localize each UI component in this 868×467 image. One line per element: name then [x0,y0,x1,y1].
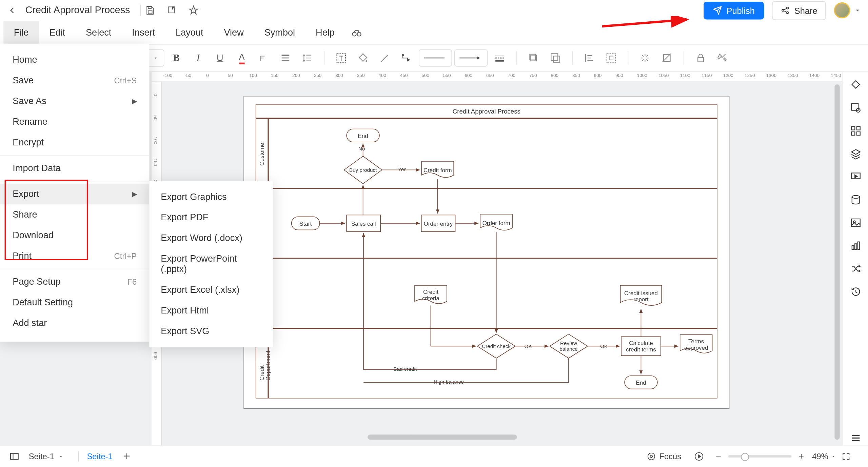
menu-edit[interactable]: Edit [39,21,76,44]
shape-sales-call[interactable]: Sales call [346,215,381,232]
mi-save-as[interactable]: Save As▶ [0,91,149,111]
shape-end-top[interactable]: End [346,128,379,142]
line-style-select[interactable] [419,49,452,67]
page-select[interactable]: Seite-1 [29,451,65,461]
fill-palette-icon[interactable] [848,78,863,93]
mi-encrypt[interactable]: Encrypt [0,132,149,153]
container-button[interactable] [546,48,565,68]
shuffle-icon[interactable] [848,261,863,276]
star-icon[interactable] [187,3,201,17]
mi-export-word[interactable]: Export Word (.docx) [149,228,273,249]
history-icon[interactable] [848,284,863,299]
tools-button[interactable] [713,48,732,68]
layers-icon[interactable] [848,146,863,161]
shape-credit-form[interactable]: Credit form [421,161,454,179]
play-icon[interactable] [693,450,705,462]
line-spacing-button[interactable] [297,48,317,68]
mi-page-setup[interactable]: Page SetupF6 [0,271,149,292]
avatar[interactable] [834,2,850,18]
fill-button[interactable] [353,48,373,68]
mi-export-xlsx[interactable]: Export Excel (.xlsx) [149,280,273,300]
shape-start[interactable]: Start [291,217,320,230]
mi-share[interactable]: Share [0,204,149,225]
scrollbar-vertical[interactable] [834,84,840,440]
data-icon[interactable] [848,192,863,207]
mi-print[interactable]: PrintCtrl+P [0,246,149,266]
share-button[interactable]: Share [772,1,826,20]
right-panel [842,72,868,446]
avatar-menu-caret[interactable] [853,6,862,15]
zoom-slider[interactable] [728,455,791,457]
menu-file[interactable]: File [3,21,39,44]
fullscreen-icon[interactable] [840,450,852,462]
shape-review-balance[interactable]: Review balance [550,334,588,358]
arrow-style-select[interactable] [454,49,488,67]
mi-export-svg[interactable]: Export SVG [149,321,273,342]
mi-add-star[interactable]: Add star [0,313,149,333]
mi-save[interactable]: SaveCtrl+S [0,70,149,91]
shape-order-form[interactable]: Order form [479,214,513,232]
mi-export-html[interactable]: Export Html [149,300,273,321]
mi-export-pptx[interactable]: Export PowerPoint (.pptx) [149,249,273,280]
presentation-icon[interactable] [848,169,863,184]
bold-button[interactable]: B [166,48,186,68]
shape-order-entry[interactable]: Order entry [421,215,456,232]
menu-layout[interactable]: Layout [165,21,214,44]
case-button[interactable] [254,48,274,68]
effects-button[interactable] [635,48,655,68]
shape-credit-criteria[interactable]: Credit criteria [414,285,447,305]
menu-view[interactable]: View [214,21,254,44]
publish-button[interactable]: Publish [704,1,764,19]
font-color-button[interactable]: A [232,48,252,68]
binoculars-icon[interactable] [350,26,363,40]
connector-style-button[interactable] [397,48,417,68]
shape-calculate-credit-terms[interactable]: Calculate credit terms [621,337,661,356]
mi-download[interactable]: Download [0,225,149,246]
add-page-button[interactable]: + [120,450,133,462]
export-icon[interactable] [165,3,179,17]
scrollbar-horizontal[interactable] [368,434,517,440]
zoom-out-button[interactable]: − [713,451,724,461]
shape-terms-approved[interactable]: Terms approved [679,334,713,355]
image-icon[interactable] [848,215,863,230]
zoom-value[interactable]: 49% [812,451,836,461]
focus-button[interactable]: Focus [647,451,681,461]
shape-credit-check[interactable]: Credit check [477,334,515,358]
panel-toggle-icon[interactable] [8,450,21,462]
lock-button[interactable] [691,48,711,68]
mi-home[interactable]: Home [0,49,149,70]
menu-help[interactable]: Help [305,21,345,44]
mi-export-graphics[interactable]: Export Graphics [149,187,273,207]
shape-settings-icon[interactable] [848,100,863,115]
back-icon[interactable] [7,5,17,15]
chart-icon[interactable] [848,238,863,253]
save-icon[interactable] [143,3,157,17]
menu-insert[interactable]: Insert [122,21,165,44]
mi-import[interactable]: Import Data [0,158,149,179]
mi-export-pdf[interactable]: Export PDF [149,207,273,228]
zoom-in-button[interactable]: + [796,451,806,461]
mi-rename[interactable]: Rename [0,111,149,132]
tab-seite-1[interactable]: Seite-1 [87,451,112,461]
italic-button[interactable]: I [189,48,208,68]
mi-default-setting[interactable]: Default Setting [0,292,149,313]
menu-symbol[interactable]: Symbol [254,21,305,44]
shadow-button[interactable] [524,48,544,68]
group-select-button[interactable] [601,48,621,68]
mi-export[interactable]: Export▶ [0,184,149,204]
grid-icon[interactable] [848,123,863,138]
shape-end-bottom[interactable]: End [624,375,657,389]
underline-button[interactable]: U [210,48,230,68]
line-weight-button[interactable] [490,48,510,68]
shape-credit-issued-report[interactable]: Credit issued report [620,285,662,308]
crop-button[interactable] [657,48,677,68]
menu-select[interactable]: Select [76,21,122,44]
pen-button[interactable] [375,48,395,68]
text-box-button[interactable] [331,48,351,68]
shape-buy-product[interactable]: Buy product [344,156,382,184]
menu-collapse-icon[interactable] [848,431,863,446]
diagram-page[interactable]: Credit Approval Process Customer Credit … [243,96,729,409]
align-button[interactable] [276,48,295,68]
svg-point-10 [402,55,403,56]
align-left-button[interactable] [579,48,599,68]
